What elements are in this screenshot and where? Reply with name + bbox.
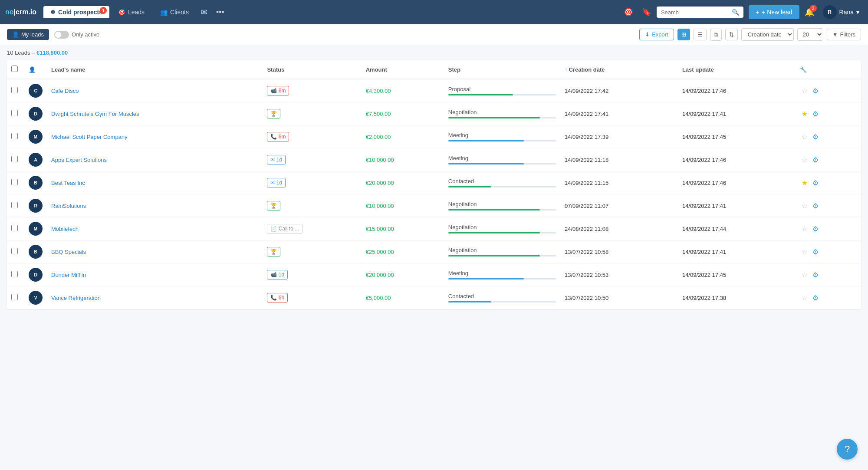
lead-name-link[interactable]: Apps Expert Solutions bbox=[51, 157, 107, 163]
star-button[interactable]: ☆ bbox=[800, 201, 809, 211]
star-button[interactable]: ☆ bbox=[800, 86, 809, 96]
lead-name-link[interactable]: Michael Scott Paper Company bbox=[51, 134, 128, 140]
lead-name-link[interactable]: Vance Refrigeration bbox=[51, 295, 101, 301]
lead-step: Negotiation bbox=[444, 217, 560, 240]
row-checkbox[interactable] bbox=[11, 179, 18, 185]
row-checkbox[interactable] bbox=[11, 225, 18, 231]
notifications-button[interactable]: 🔔 2 bbox=[801, 5, 818, 20]
date-sort-select[interactable]: Creation date Last update bbox=[741, 28, 794, 41]
step-label: Meeting bbox=[448, 270, 556, 276]
status-badge: 📞 6h bbox=[267, 293, 288, 302]
sort-button[interactable]: ⇅ bbox=[725, 29, 738, 40]
star-button[interactable]: ★ bbox=[800, 178, 809, 188]
row-checkbox[interactable] bbox=[11, 294, 18, 300]
table-row: D Dunder Mifflin 📹 1d €20,000.00 Meeting… bbox=[7, 263, 861, 286]
email-icon-btn[interactable]: ✉ bbox=[197, 5, 211, 20]
star-button[interactable]: ★ bbox=[800, 109, 809, 119]
row-checkbox[interactable] bbox=[11, 87, 18, 93]
star-button[interactable]: ☆ bbox=[800, 247, 809, 257]
list-icon: ☰ bbox=[697, 31, 703, 38]
step-bar bbox=[448, 140, 556, 141]
sort-icon: ⇅ bbox=[729, 31, 734, 38]
export-button[interactable]: ⬇ Export bbox=[639, 29, 674, 40]
more-icon-btn[interactable]: ••• bbox=[213, 5, 228, 20]
lead-updated: 14/09/2022 17:46 bbox=[678, 79, 796, 102]
settings-button[interactable]: ⚙ bbox=[811, 155, 820, 165]
tab-cold-prospects[interactable]: ❄ Cold prospects 1 bbox=[43, 6, 109, 18]
settings-button[interactable]: ⚙ bbox=[811, 178, 820, 188]
lead-avatar: D bbox=[29, 268, 43, 282]
lead-step: Meeting bbox=[444, 125, 560, 148]
step-label: Meeting bbox=[448, 132, 556, 138]
search-icon: 🔍 bbox=[732, 9, 739, 16]
step-bar bbox=[448, 94, 556, 95]
kanban-icon: ⧉ bbox=[714, 31, 718, 38]
lead-amount: €5,000.00 bbox=[362, 286, 444, 309]
sub-toolbar: 👤 My leads Only active ⬇ Export ⊞ ☰ ⧉ ⇅ … bbox=[0, 24, 868, 45]
lead-name-link[interactable]: Mobiletech bbox=[51, 226, 79, 232]
star-button[interactable]: ☆ bbox=[800, 293, 809, 303]
lead-step: Negotiation bbox=[444, 240, 560, 263]
settings-button[interactable]: ⚙ bbox=[811, 293, 820, 303]
lead-step: Proposal bbox=[444, 79, 560, 102]
search-box[interactable]: 🔍 bbox=[657, 7, 743, 18]
goals-icon-btn[interactable]: 🎯 bbox=[620, 5, 637, 20]
lead-name-link[interactable]: Cafe Disco bbox=[51, 88, 79, 94]
settings-button[interactable]: ⚙ bbox=[811, 224, 820, 234]
lead-name-link[interactable]: BBQ Specials bbox=[51, 249, 86, 255]
step-bar-fill bbox=[448, 209, 540, 210]
col-creation-date[interactable]: ↑Creation date bbox=[560, 60, 678, 79]
tab-leads[interactable]: 🎯 Leads bbox=[111, 6, 151, 18]
list-view-button[interactable]: ☰ bbox=[694, 29, 707, 40]
star-button[interactable]: ☆ bbox=[800, 224, 809, 234]
lead-amount: €7,500.00 bbox=[362, 102, 444, 125]
row-checkbox[interactable] bbox=[11, 202, 18, 208]
avatar-initials: R bbox=[34, 204, 37, 208]
lead-name-link[interactable]: Dwight Schrute's Gym For Muscles bbox=[51, 111, 139, 117]
star-button[interactable]: ☆ bbox=[800, 132, 809, 142]
lead-avatar: C bbox=[29, 84, 43, 98]
settings-button[interactable]: ⚙ bbox=[811, 109, 820, 119]
lead-name-link[interactable]: Dunder Mifflin bbox=[51, 272, 86, 278]
settings-button[interactable]: ⚙ bbox=[811, 270, 820, 280]
table-row: B Best Teas Inc ✉ 1d €20,000.00 Contacte… bbox=[7, 171, 861, 194]
lead-amount: €15,000.00 bbox=[362, 217, 444, 240]
filters-label: Filters bbox=[840, 31, 855, 38]
row-checkbox[interactable] bbox=[11, 133, 18, 139]
row-checkbox[interactable] bbox=[11, 156, 18, 162]
settings-button[interactable]: ⚙ bbox=[811, 132, 820, 142]
user-menu[interactable]: R Rana ▾ bbox=[819, 3, 863, 21]
star-button[interactable]: ☆ bbox=[800, 155, 809, 165]
table-row: M Michael Scott Paper Company 📞 6m €2,00… bbox=[7, 125, 861, 148]
settings-button[interactable]: ⚙ bbox=[811, 86, 820, 96]
row-checkbox[interactable] bbox=[11, 271, 18, 277]
select-all-checkbox[interactable] bbox=[11, 66, 18, 72]
settings-button[interactable]: ⚙ bbox=[811, 201, 820, 211]
cold-prospects-badge: 1 bbox=[100, 7, 107, 14]
only-active-toggle[interactable] bbox=[54, 31, 69, 39]
logo[interactable]: no|crm.io bbox=[5, 8, 36, 16]
search-input[interactable] bbox=[661, 9, 729, 16]
lead-name-link[interactable]: RainSolutions bbox=[51, 203, 86, 209]
filters-button[interactable]: ▼ Filters bbox=[827, 29, 861, 40]
lead-avatar: B bbox=[29, 245, 43, 259]
step-bar-fill bbox=[448, 117, 540, 118]
star-button[interactable]: ☆ bbox=[800, 270, 809, 280]
kanban-view-button[interactable]: ⧉ bbox=[710, 29, 722, 41]
step-label: Proposal bbox=[448, 86, 556, 92]
grid-view-button[interactable]: ⊞ bbox=[677, 29, 690, 40]
tab-clients[interactable]: 👥 Clients bbox=[153, 6, 196, 18]
snowflake-icon: ❄ bbox=[50, 9, 56, 16]
row-checkbox[interactable] bbox=[11, 248, 18, 254]
my-leads-button[interactable]: 👤 My leads bbox=[7, 29, 49, 40]
step-bar-fill bbox=[448, 255, 540, 256]
settings-button[interactable]: ⚙ bbox=[811, 247, 820, 257]
wrench-icon: 🔧 bbox=[800, 66, 807, 73]
bookmark-icon-btn[interactable]: 🔖 bbox=[638, 5, 655, 20]
row-checkbox[interactable] bbox=[11, 110, 18, 116]
lead-name-link[interactable]: Best Teas Inc bbox=[51, 180, 85, 186]
per-page-select[interactable]: 20 50 100 bbox=[797, 28, 823, 41]
status-badge: 📞 6m bbox=[267, 132, 289, 141]
new-lead-button[interactable]: + + New lead bbox=[749, 5, 799, 19]
leads-table: 👤 Lead's name Status Amount Step ↑Creati… bbox=[7, 60, 861, 309]
